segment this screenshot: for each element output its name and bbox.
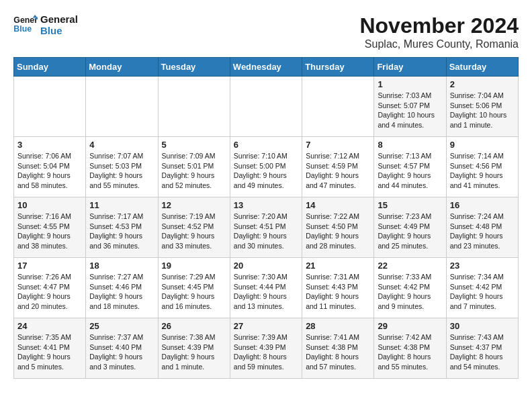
day-number: 13 bbox=[234, 200, 298, 210]
logo-line1: General bbox=[40, 13, 78, 25]
cell-content: Sunrise: 7:27 AM Sunset: 4:46 PM Dayligh… bbox=[89, 272, 154, 312]
day-number: 2 bbox=[450, 79, 515, 89]
month-title: November 2024 bbox=[359, 13, 519, 38]
cell-content: Sunrise: 7:31 AM Sunset: 4:43 PM Dayligh… bbox=[306, 272, 370, 312]
cell-content: Sunrise: 7:13 AM Sunset: 4:57 PM Dayligh… bbox=[378, 151, 442, 191]
calendar-cell: 7Sunrise: 7:12 AM Sunset: 4:59 PM Daylig… bbox=[302, 137, 374, 197]
day-number: 10 bbox=[17, 200, 82, 210]
calendar-cell: 27Sunrise: 7:39 AM Sunset: 4:39 PM Dayli… bbox=[230, 318, 302, 379]
svg-text:Blue: Blue bbox=[13, 24, 32, 34]
calendar-cell: 16Sunrise: 7:24 AM Sunset: 4:48 PM Dayli… bbox=[446, 197, 518, 258]
cell-content: Sunrise: 7:39 AM Sunset: 4:39 PM Dayligh… bbox=[234, 332, 298, 372]
calendar-cell: 19Sunrise: 7:29 AM Sunset: 4:45 PM Dayli… bbox=[158, 258, 230, 318]
cell-content: Sunrise: 7:06 AM Sunset: 5:04 PM Dayligh… bbox=[17, 151, 82, 191]
day-number: 7 bbox=[306, 140, 370, 150]
cell-content: Sunrise: 7:19 AM Sunset: 4:52 PM Dayligh… bbox=[162, 212, 226, 251]
cell-content: Sunrise: 7:03 AM Sunset: 5:07 PM Dayligh… bbox=[378, 91, 442, 130]
cell-content: Sunrise: 7:20 AM Sunset: 4:51 PM Dayligh… bbox=[234, 212, 298, 251]
cell-content: Sunrise: 7:35 AM Sunset: 4:41 PM Dayligh… bbox=[17, 332, 82, 372]
calendar-cell: 10Sunrise: 7:16 AM Sunset: 4:55 PM Dayli… bbox=[14, 197, 86, 258]
day-number: 19 bbox=[162, 261, 226, 271]
cell-content: Sunrise: 7:22 AM Sunset: 4:50 PM Dayligh… bbox=[306, 212, 370, 251]
calendar-cell: 18Sunrise: 7:27 AM Sunset: 4:46 PM Dayli… bbox=[86, 258, 158, 318]
day-number: 28 bbox=[306, 321, 370, 331]
header-monday: Monday bbox=[86, 58, 158, 77]
calendar-cell: 12Sunrise: 7:19 AM Sunset: 4:52 PM Dayli… bbox=[158, 197, 230, 258]
cell-content: Sunrise: 7:10 AM Sunset: 5:00 PM Dayligh… bbox=[234, 151, 298, 191]
calendar-cell: 17Sunrise: 7:26 AM Sunset: 4:47 PM Dayli… bbox=[14, 258, 86, 318]
calendar-cell: 3Sunrise: 7:06 AM Sunset: 5:04 PM Daylig… bbox=[14, 137, 86, 197]
day-number: 6 bbox=[234, 140, 298, 150]
calendar-cell: 23Sunrise: 7:34 AM Sunset: 4:42 PM Dayli… bbox=[446, 258, 518, 318]
cell-content: Sunrise: 7:26 AM Sunset: 4:47 PM Dayligh… bbox=[17, 272, 82, 312]
cell-content: Sunrise: 7:07 AM Sunset: 5:03 PM Dayligh… bbox=[89, 151, 154, 191]
cell-content: Sunrise: 7:09 AM Sunset: 5:01 PM Dayligh… bbox=[162, 151, 226, 191]
day-number: 20 bbox=[234, 261, 298, 271]
cell-content: Sunrise: 7:14 AM Sunset: 4:56 PM Dayligh… bbox=[450, 151, 515, 191]
calendar-cell: 15Sunrise: 7:23 AM Sunset: 4:49 PM Dayli… bbox=[374, 197, 446, 258]
header-tuesday: Tuesday bbox=[158, 58, 230, 77]
day-number: 4 bbox=[89, 140, 154, 150]
day-number: 25 bbox=[89, 321, 154, 331]
calendar-cell: 1Sunrise: 7:03 AM Sunset: 5:07 PM Daylig… bbox=[374, 77, 446, 137]
day-number: 27 bbox=[234, 321, 298, 331]
cell-content: Sunrise: 7:38 AM Sunset: 4:39 PM Dayligh… bbox=[162, 332, 226, 372]
cell-content: Sunrise: 7:43 AM Sunset: 4:37 PM Dayligh… bbox=[450, 332, 515, 372]
calendar-week-1: 3Sunrise: 7:06 AM Sunset: 5:04 PM Daylig… bbox=[14, 137, 519, 197]
day-number: 22 bbox=[378, 261, 442, 271]
calendar-body: 1Sunrise: 7:03 AM Sunset: 5:07 PM Daylig… bbox=[14, 77, 519, 379]
calendar-header: SundayMondayTuesdayWednesdayThursdayFrid… bbox=[14, 58, 519, 77]
header-sunday: Sunday bbox=[14, 58, 86, 77]
day-number: 16 bbox=[450, 200, 515, 210]
cell-content: Sunrise: 7:29 AM Sunset: 4:45 PM Dayligh… bbox=[162, 272, 226, 312]
calendar-cell: 21Sunrise: 7:31 AM Sunset: 4:43 PM Dayli… bbox=[302, 258, 374, 318]
cell-content: Sunrise: 7:42 AM Sunset: 4:38 PM Dayligh… bbox=[378, 332, 442, 372]
calendar-cell bbox=[158, 77, 230, 137]
calendar-cell: 30Sunrise: 7:43 AM Sunset: 4:37 PM Dayli… bbox=[446, 318, 518, 379]
cell-content: Sunrise: 7:34 AM Sunset: 4:42 PM Dayligh… bbox=[450, 272, 515, 312]
cell-content: Sunrise: 7:37 AM Sunset: 4:40 PM Dayligh… bbox=[89, 332, 154, 372]
header-wednesday: Wednesday bbox=[230, 58, 302, 77]
header-thursday: Thursday bbox=[302, 58, 374, 77]
day-number: 24 bbox=[17, 321, 82, 331]
calendar-week-3: 17Sunrise: 7:26 AM Sunset: 4:47 PM Dayli… bbox=[14, 258, 519, 318]
page-header: General Blue General Blue November 2024 … bbox=[13, 13, 519, 50]
calendar-cell: 11Sunrise: 7:17 AM Sunset: 4:53 PM Dayli… bbox=[86, 197, 158, 258]
calendar-table: SundayMondayTuesdayWednesdayThursdayFrid… bbox=[13, 57, 519, 379]
calendar-cell: 8Sunrise: 7:13 AM Sunset: 4:57 PM Daylig… bbox=[374, 137, 446, 197]
calendar-week-0: 1Sunrise: 7:03 AM Sunset: 5:07 PM Daylig… bbox=[14, 77, 519, 137]
cell-content: Sunrise: 7:16 AM Sunset: 4:55 PM Dayligh… bbox=[17, 212, 82, 251]
calendar-cell: 9Sunrise: 7:14 AM Sunset: 4:56 PM Daylig… bbox=[446, 137, 518, 197]
calendar-week-4: 24Sunrise: 7:35 AM Sunset: 4:41 PM Dayli… bbox=[14, 318, 519, 379]
cell-content: Sunrise: 7:33 AM Sunset: 4:42 PM Dayligh… bbox=[378, 272, 442, 312]
day-number: 14 bbox=[306, 200, 370, 210]
logo-line2: Blue bbox=[40, 25, 78, 36]
title-block: November 2024 Suplac, Mures County, Roma… bbox=[359, 13, 519, 50]
day-number: 29 bbox=[378, 321, 442, 331]
day-number: 11 bbox=[89, 200, 154, 210]
day-number: 12 bbox=[162, 200, 226, 210]
cell-content: Sunrise: 7:24 AM Sunset: 4:48 PM Dayligh… bbox=[450, 212, 515, 251]
cell-content: Sunrise: 7:23 AM Sunset: 4:49 PM Dayligh… bbox=[378, 212, 442, 251]
day-number: 8 bbox=[378, 140, 442, 150]
day-number: 23 bbox=[450, 261, 515, 271]
calendar-cell: 26Sunrise: 7:38 AM Sunset: 4:39 PM Dayli… bbox=[158, 318, 230, 379]
day-number: 1 bbox=[378, 79, 442, 89]
calendar-cell: 13Sunrise: 7:20 AM Sunset: 4:51 PM Dayli… bbox=[230, 197, 302, 258]
day-number: 21 bbox=[306, 261, 370, 271]
day-number: 17 bbox=[17, 261, 82, 271]
calendar-cell bbox=[230, 77, 302, 137]
calendar-cell: 22Sunrise: 7:33 AM Sunset: 4:42 PM Dayli… bbox=[374, 258, 446, 318]
day-number: 30 bbox=[450, 321, 515, 331]
calendar-week-2: 10Sunrise: 7:16 AM Sunset: 4:55 PM Dayli… bbox=[14, 197, 519, 258]
header-friday: Friday bbox=[374, 58, 446, 77]
location-subtitle: Suplac, Mures County, Romania bbox=[359, 38, 519, 50]
calendar-cell: 20Sunrise: 7:30 AM Sunset: 4:44 PM Dayli… bbox=[230, 258, 302, 318]
day-number: 3 bbox=[17, 140, 82, 150]
day-number: 18 bbox=[89, 261, 154, 271]
logo-icon: General Blue bbox=[13, 15, 38, 35]
calendar-cell bbox=[86, 77, 158, 137]
calendar-cell: 14Sunrise: 7:22 AM Sunset: 4:50 PM Dayli… bbox=[302, 197, 374, 258]
calendar-cell: 25Sunrise: 7:37 AM Sunset: 4:40 PM Dayli… bbox=[86, 318, 158, 379]
calendar-cell: 4Sunrise: 7:07 AM Sunset: 5:03 PM Daylig… bbox=[86, 137, 158, 197]
